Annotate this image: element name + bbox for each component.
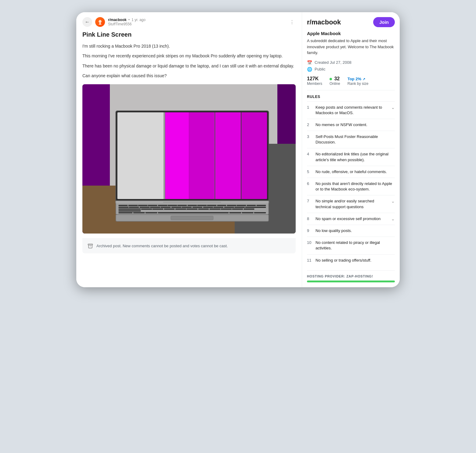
rule-item: 7No simple and/or easily searched techni… — [307, 195, 395, 212]
right-sidebar: r/macbook Join Apple Macbook A subreddit… — [302, 12, 400, 287]
main-layout: ← r/macbook • 1 yr. ago — [76, 12, 400, 287]
subreddit-avatar — [95, 17, 105, 27]
more-options-icon[interactable]: ⋮ — [288, 18, 296, 26]
archived-text: Archived post. New comments cannot be po… — [96, 244, 228, 248]
rule-text: No editorialized link titles (use the or… — [316, 151, 395, 162]
rule-text: No memes or NSFW content. — [316, 122, 395, 128]
rule-chevron-icon[interactable]: ⌄ — [391, 105, 395, 110]
sidebar-header: r/macbook Join — [307, 17, 395, 27]
members-value: 127K — [307, 76, 322, 82]
rule-number: 2 — [307, 122, 312, 127]
rule-item: 9No low quality posts. — [307, 225, 395, 237]
post-meta-top: r/macbook • 1 yr. ago — [108, 18, 285, 22]
rule-number: 5 — [307, 169, 312, 174]
body-para-4: Can anyone explain what caused this issu… — [82, 72, 296, 79]
rule-text: No low quality posts. — [316, 228, 395, 234]
rule-number: 8 — [307, 216, 312, 221]
rule-chevron-icon[interactable]: ⌄ — [391, 199, 395, 204]
rule-item: 5No rude, offensive, or hateful comments… — [307, 166, 395, 178]
rule-text: No content related to piracy or illegal … — [316, 240, 395, 251]
left-column: ← r/macbook • 1 yr. ago — [76, 12, 302, 287]
rule-item: 4No editorialized link titles (use the o… — [307, 148, 395, 165]
rank-stat: Top 2% ↗ Rank by size — [348, 76, 369, 86]
rule-item: 2No memes or NSFW content. — [307, 119, 395, 131]
rule-text: No simple and/or easily searched technic… — [316, 198, 388, 209]
online-value: 32 — [330, 76, 340, 82]
rule-number: 4 — [307, 151, 312, 156]
hosting-section: HOSTING PROVIDER: ZAP-HOSTING! — [307, 270, 395, 282]
body-para-2: This morning I've recently experienced p… — [82, 53, 296, 59]
rules-list: 1Keep posts and comments relevant to Mac… — [307, 101, 395, 266]
rank-link[interactable]: Top 2% — [348, 77, 361, 81]
sidebar-title: r/macbook — [307, 18, 341, 26]
svg-point-0 — [99, 20, 101, 23]
body-para-1: I'm still rocking a Macbook Pro 2018 (13… — [82, 43, 296, 49]
created-date: Created Jul 27, 2008 — [315, 60, 352, 65]
online-stat: 32 Online — [330, 76, 340, 86]
rule-item: 3Self-Posts Must Foster Reasonable Discu… — [307, 131, 395, 148]
rule-item: 1Keep posts and comments relevant to Mac… — [307, 101, 395, 119]
archived-notice: Archived post. New comments cannot be po… — [82, 238, 296, 253]
post-title: Pink Line Screen — [82, 31, 296, 38]
visibility-text: Public — [315, 67, 325, 71]
rule-item: 10No content related to piracy or illega… — [307, 237, 395, 254]
post-meta: r/macbook • 1 yr. ago StuffTime9556 — [108, 18, 285, 26]
rule-number: 1 — [307, 105, 312, 110]
body-para-3: There has been no physical damage or liq… — [82, 63, 296, 69]
svg-point-2 — [100, 21, 101, 21]
members-label: Members — [307, 82, 322, 86]
meta-dot: • — [128, 18, 130, 22]
post-body: I'm still rocking a Macbook Pro 2018 (13… — [82, 43, 296, 79]
svg-rect-3 — [88, 244, 93, 245]
subreddit-avatar-icon — [97, 19, 103, 25]
rule-text: No selling or trading offers/stuff. — [316, 258, 395, 263]
laptop-illustration — [115, 111, 269, 221]
rules-section: RULES 1Keep posts and comments relevant … — [307, 95, 395, 266]
archive-icon — [87, 243, 93, 249]
rule-number: 11 — [307, 258, 312, 263]
rank-external-icon: ↗ — [362, 77, 365, 81]
phone-frame: ← r/macbook • 1 yr. ago — [76, 12, 400, 287]
rank-label: Rank by size — [348, 82, 369, 86]
rule-text: No posts that aren't directly related to… — [316, 181, 395, 192]
subreddit-name[interactable]: r/macbook — [108, 18, 127, 22]
rule-chevron-icon[interactable]: ⌄ — [391, 216, 395, 221]
post-username[interactable]: StuffTime9556 — [108, 22, 285, 26]
rule-text: No rude, offensive, or hateful comments. — [316, 169, 395, 175]
join-button[interactable]: Join — [373, 17, 395, 27]
calendar-icon: 📅 — [307, 60, 312, 65]
post-image — [82, 84, 296, 234]
rule-number: 7 — [307, 198, 312, 203]
rule-number: 10 — [307, 240, 312, 245]
rule-number: 3 — [307, 134, 312, 139]
rule-item: 6No posts that aren't directly related t… — [307, 178, 395, 195]
rule-item: 8No spam or excessive self promotion⌄ — [307, 213, 395, 225]
members-stat: 127K Members — [307, 76, 322, 86]
post-header: ← r/macbook • 1 yr. ago — [82, 17, 296, 27]
rule-number: 6 — [307, 181, 312, 186]
header-actions: ⋮ — [288, 18, 296, 26]
visibility-row: 🌐 Public — [307, 67, 395, 72]
hosting-bar — [307, 281, 395, 282]
rule-text: No spam or excessive self promotion — [316, 216, 388, 222]
stats-row: 127K Members 32 Online Top 2% ↗ Rank by — [307, 76, 395, 90]
rule-item: 11No selling or trading offers/stuff. — [307, 254, 395, 266]
created-row: 📅 Created Jul 27, 2008 — [307, 60, 395, 65]
svg-point-1 — [99, 21, 100, 21]
rule-number: 9 — [307, 228, 312, 233]
post-time: 1 yr. ago — [132, 18, 146, 22]
community-name: Apple Macbook — [307, 31, 395, 36]
back-button[interactable]: ← — [82, 17, 92, 27]
hosting-label: HOSTING PROVIDER: ZAP-HOSTING! — [307, 274, 395, 278]
rules-header: RULES — [307, 95, 395, 99]
rule-text: Self-Posts Must Foster Reasonable Discus… — [316, 134, 395, 145]
globe-icon: 🌐 — [307, 67, 312, 72]
rule-text: Keep posts and comments relevant to Macb… — [316, 105, 388, 116]
rank-value: Top 2% ↗ — [348, 76, 369, 82]
community-desc: A subreddit dedicated to Apple and their… — [307, 38, 395, 56]
online-dot — [330, 78, 332, 80]
online-label: Online — [330, 82, 340, 86]
